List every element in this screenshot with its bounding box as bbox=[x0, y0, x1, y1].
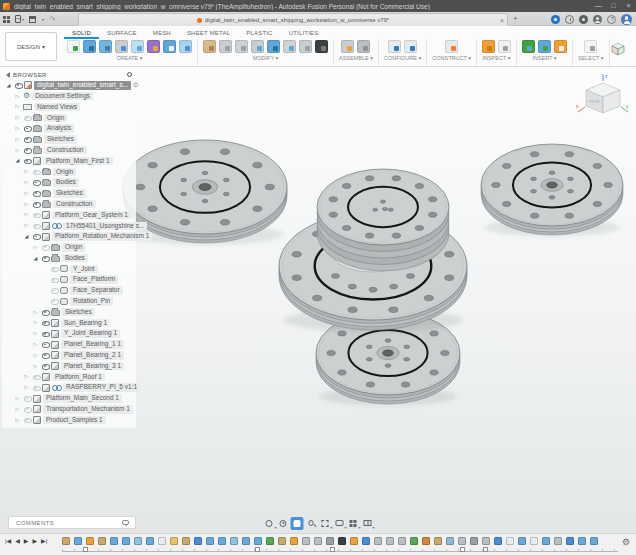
tab-solid[interactable]: SOLID bbox=[64, 27, 99, 39]
new-tab-button[interactable]: + bbox=[513, 14, 518, 23]
timeline-feature-27[interactable] bbox=[374, 537, 382, 545]
browser-item-product-samples-1[interactable]: ▷Product_Samples 1 bbox=[2, 415, 136, 426]
select-tool-1-icon[interactable] bbox=[584, 40, 597, 53]
timeline-group-marker[interactable] bbox=[83, 547, 88, 552]
expand-arrow-icon[interactable]: ▷ bbox=[14, 406, 21, 413]
modify-tool-3-icon[interactable] bbox=[235, 40, 248, 53]
browser-item-named-views[interactable]: ▷Named Views bbox=[2, 102, 136, 113]
expand-arrow-icon[interactable]: ▷ bbox=[23, 179, 30, 186]
expand-arrow-icon[interactable]: ▷ bbox=[32, 363, 39, 370]
timeline-feature-34[interactable] bbox=[458, 537, 466, 545]
timeline-feature-12[interactable] bbox=[194, 537, 202, 545]
viewports-icon[interactable]: ▾ bbox=[361, 517, 374, 530]
browser-item-digital-twin-enabled-smart-s[interactable]: ◢digital_twin_enabled_smart_s...⊙ bbox=[2, 80, 136, 91]
timeline-feature-42[interactable] bbox=[554, 537, 562, 545]
expand-arrow-icon[interactable]: ▷ bbox=[14, 125, 21, 132]
play-button[interactable]: ▶ bbox=[24, 537, 29, 546]
visibility-eye-icon[interactable] bbox=[41, 319, 49, 327]
configure-tool-1-icon[interactable] bbox=[388, 40, 401, 53]
browser-item-planet-bearing-1-1[interactable]: ▷Planet_Bearing_1 1 bbox=[2, 339, 136, 350]
create-dropdown[interactable]: CREATE ▾ bbox=[116, 55, 142, 61]
go-to-end-button[interactable]: ▶| bbox=[41, 537, 47, 546]
visibility-eye-icon[interactable] bbox=[23, 146, 31, 154]
browser-item-platform-main-second-1[interactable]: ▷Platform_Main_Second 1 bbox=[2, 393, 136, 404]
expand-arrow-icon[interactable]: ◢ bbox=[14, 157, 21, 164]
browser-item-face-separator[interactable]: Face_Separator bbox=[2, 285, 136, 296]
timeline-feature-33[interactable] bbox=[446, 537, 454, 545]
expand-arrow-icon[interactable]: ▷ bbox=[14, 395, 21, 402]
timeline-feature-1[interactable] bbox=[62, 537, 70, 545]
timeline-feature-21[interactable] bbox=[302, 537, 310, 545]
browser-item-construction[interactable]: ▷Construction bbox=[2, 199, 136, 210]
modify-tool-5-icon[interactable] bbox=[267, 40, 280, 53]
visibility-eye-icon[interactable] bbox=[23, 114, 31, 122]
visibility-eye-icon[interactable] bbox=[32, 200, 40, 208]
tab-mesh[interactable]: MESH bbox=[145, 27, 179, 39]
timeline-feature-38[interactable] bbox=[506, 537, 514, 545]
visibility-eye-icon[interactable] bbox=[32, 222, 40, 230]
visibility-eye-icon[interactable] bbox=[23, 395, 31, 403]
browser-item-bodies[interactable]: ◢Bodies bbox=[2, 253, 136, 264]
browser-item-face-platform[interactable]: Face_Platform bbox=[2, 274, 136, 285]
timeline-feature-37[interactable] bbox=[494, 537, 502, 545]
visibility-eye-icon[interactable] bbox=[32, 233, 40, 241]
visibility-eye-icon[interactable] bbox=[23, 125, 31, 133]
expand-arrow-icon[interactable]: ▷ bbox=[14, 114, 21, 121]
assemble-dropdown[interactable]: ASSEMBLE ▾ bbox=[339, 55, 373, 61]
timeline-feature-15[interactable] bbox=[230, 537, 238, 545]
document-tab[interactable]: digital_twin_enabled_smart_shipping_work… bbox=[78, 13, 508, 26]
expand-arrow-icon[interactable]: ▷ bbox=[14, 147, 21, 154]
create-tool-5-icon[interactable] bbox=[131, 40, 144, 53]
timeline-feature-26[interactable] bbox=[362, 537, 370, 545]
timeline-group-marker[interactable] bbox=[460, 547, 465, 552]
expand-arrow-icon[interactable]: ▷ bbox=[32, 319, 39, 326]
expand-arrow-icon[interactable]: ▷ bbox=[14, 136, 21, 143]
expand-arrow-icon[interactable]: ▷ bbox=[23, 373, 30, 380]
timeline-feature-7[interactable] bbox=[134, 537, 142, 545]
timeline-feature-28[interactable] bbox=[386, 537, 394, 545]
visibility-eye-icon[interactable] bbox=[41, 351, 49, 359]
construct-tool-1-icon[interactable] bbox=[445, 40, 458, 53]
visibility-eye-icon[interactable] bbox=[23, 416, 31, 424]
browser-item-construction[interactable]: ▷Construction bbox=[2, 145, 136, 156]
expand-arrow-icon[interactable]: ▷ bbox=[23, 201, 30, 208]
expand-arrow-icon[interactable]: ▷ bbox=[23, 211, 30, 218]
expand-arrow-icon[interactable]: ▷ bbox=[14, 93, 21, 100]
visibility-eye-icon[interactable] bbox=[41, 243, 49, 251]
timeline-feature-40[interactable] bbox=[530, 537, 538, 545]
undo-icon[interactable] bbox=[41, 17, 44, 22]
create-tool-3-icon[interactable] bbox=[99, 40, 112, 53]
visibility-eye-icon[interactable] bbox=[32, 179, 40, 187]
browser-item-y-joint-bearing-1[interactable]: ▷Y_Joint_Bearing 1 bbox=[2, 328, 136, 339]
expand-arrow-icon[interactable]: ▷ bbox=[23, 222, 30, 229]
step-back-button[interactable]: ◀ bbox=[15, 537, 20, 546]
visibility-eye-icon[interactable] bbox=[41, 308, 49, 316]
assemble-tool-1-icon[interactable] bbox=[341, 40, 354, 53]
timeline-feature-19[interactable] bbox=[278, 537, 286, 545]
inspect-dropdown[interactable]: INSPECT ▾ bbox=[482, 55, 510, 61]
visibility-eye-icon[interactable] bbox=[50, 265, 58, 273]
browser-item-platform-gear-system-1[interactable]: ▷Platform_Gear_System 1 bbox=[2, 210, 136, 221]
tab-surface[interactable]: SURFACE bbox=[99, 27, 145, 39]
app-grid-icon[interactable] bbox=[3, 16, 10, 23]
timeline-settings-icon[interactable]: ⚙ bbox=[622, 537, 630, 547]
help-icon[interactable] bbox=[607, 15, 616, 24]
visibility-eye-icon[interactable] bbox=[32, 189, 40, 197]
visibility-eye-icon[interactable] bbox=[41, 362, 49, 370]
browser-item-planet-bearing-2-1[interactable]: ▷Planet_Bearing_2 1 bbox=[2, 350, 136, 361]
visibility-eye-icon[interactable] bbox=[41, 254, 49, 262]
visibility-eye-icon[interactable] bbox=[50, 287, 58, 295]
visibility-eye-icon[interactable] bbox=[14, 81, 22, 89]
maximize-button[interactable]: □ bbox=[606, 0, 621, 12]
expand-arrow-icon[interactable]: ◢ bbox=[5, 82, 12, 89]
notifications-icon[interactable] bbox=[579, 15, 588, 24]
fit-icon[interactable]: ▾ bbox=[319, 517, 332, 530]
browser-item-raspberry-pi-5-v1-1[interactable]: ▷RASPBERRY_PI_5 v1:1 bbox=[2, 382, 136, 393]
inspect-tool-2-icon[interactable] bbox=[498, 40, 511, 53]
browser-options-icon[interactable] bbox=[127, 72, 132, 77]
timeline-group-marker[interactable] bbox=[255, 547, 260, 552]
timeline-feature-32[interactable] bbox=[434, 537, 442, 545]
create-tool-1-icon[interactable] bbox=[67, 40, 80, 53]
inspect-tool-1-icon[interactable] bbox=[482, 40, 495, 53]
expand-arrow-icon[interactable]: ▷ bbox=[14, 417, 21, 424]
